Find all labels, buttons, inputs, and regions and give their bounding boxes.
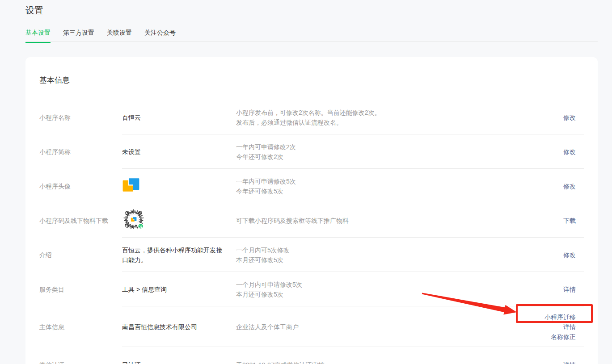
table-row: 小程序名称百恒云小程序发布前，可修改2次名称。当前还能修改2次。发布后，必须通过… bbox=[25, 100, 598, 134]
row-value: 工具 > 信息查询 bbox=[122, 285, 236, 294]
row-note: 企业法人及个体工商户 bbox=[236, 322, 504, 332]
table-row: 小程序码及线下物料下载可下载小程序码及搜索框等线下推广物料下载 bbox=[25, 203, 598, 238]
row-actions: 小程序迁移详情名称修正 bbox=[504, 312, 576, 342]
row-label: 服务类目 bbox=[39, 285, 122, 294]
action-link[interactable]: 详情 bbox=[504, 285, 576, 294]
row-note: 小程序发布前，可修改2次名称。当前还能修改2次。发布后，必须通过微信认证流程改名… bbox=[236, 108, 504, 127]
row-label: 小程序码及线下物料下载 bbox=[39, 216, 122, 226]
tab-bar-divider bbox=[25, 42, 598, 42]
tab-2[interactable]: 关联设置 bbox=[107, 29, 132, 43]
miniprogram-qrcode-icon bbox=[122, 208, 145, 231]
row-value: 南昌百恒信息技术有限公司 bbox=[122, 322, 236, 332]
row-label: 小程序简称 bbox=[39, 147, 122, 157]
row-actions: 详情 bbox=[504, 360, 576, 364]
row-value: 未设置 bbox=[122, 147, 236, 157]
row-label: 微信认证 bbox=[39, 360, 122, 364]
settings-rows: 小程序名称百恒云小程序发布前，可修改2次名称。当前还能修改2次。发布后，必须通过… bbox=[25, 100, 598, 364]
tab-1[interactable]: 第三方设置 bbox=[63, 29, 94, 43]
row-note: 一年内可申请修改2次今年还可修改2次 bbox=[236, 142, 504, 162]
row-actions: 修改 bbox=[504, 147, 576, 157]
table-row: 介绍百恒云，提供各种小程序功能开发接口能力。一个月内可5次修改本月还可修改5次修… bbox=[25, 238, 598, 272]
basic-info-card: 基本信息 小程序名称百恒云小程序发布前，可修改2次名称。当前还能修改2次。发布后… bbox=[25, 57, 598, 364]
table-row: 微信认证已认证于2021-10-27完成微信认证审核详情 bbox=[25, 347, 598, 364]
row-actions: 修改 bbox=[504, 113, 576, 122]
settings-page: 设置 基本设置第三方设置关联设置关注公众号 基本信息 小程序名称百恒云小程序发布… bbox=[0, 0, 612, 364]
row-actions: 详情 bbox=[504, 285, 576, 294]
action-link[interactable]: 名称修正 bbox=[504, 332, 576, 342]
row-label: 小程序头像 bbox=[39, 181, 122, 191]
row-label: 小程序名称 bbox=[39, 113, 122, 122]
action-link[interactable]: 修改 bbox=[504, 250, 576, 260]
row-note: 一个月内可申请修改5次本月还可修改5次 bbox=[236, 280, 504, 299]
row-actions: 修改 bbox=[504, 181, 576, 191]
row-label: 介绍 bbox=[39, 250, 122, 260]
tab-bar: 基本设置第三方设置关联设置关注公众号 bbox=[25, 29, 188, 43]
action-link[interactable]: 修改 bbox=[504, 113, 576, 122]
table-row: 小程序头像一年内可申请修改5次今年还可修改5次修改 bbox=[25, 169, 598, 203]
row-label: 主体信息 bbox=[39, 322, 122, 332]
row-note: 可下载小程序码及搜索框等线下推广物料 bbox=[236, 216, 504, 226]
action-link[interactable]: 详情 bbox=[504, 322, 576, 332]
row-actions: 下载 bbox=[504, 216, 576, 226]
table-row: 服务类目工具 > 信息查询一个月内可申请修改5次本月还可修改5次详情 bbox=[25, 272, 598, 306]
row-note: 一年内可申请修改5次今年还可修改5次 bbox=[236, 176, 504, 196]
row-value: 百恒云，提供各种小程序功能开发接口能力。 bbox=[122, 245, 236, 265]
tab-0[interactable]: 基本设置 bbox=[25, 29, 51, 43]
row-note: 一个月内可5次修改本月还可修改5次 bbox=[236, 245, 504, 265]
row-value: 百恒云 bbox=[122, 113, 236, 122]
action-link[interactable]: 下载 bbox=[504, 216, 576, 226]
row-value: 已认证 bbox=[122, 360, 236, 364]
table-row: 主体信息南昌百恒信息技术有限公司企业法人及个体工商户小程序迁移详情名称修正 bbox=[25, 306, 598, 347]
table-row: 小程序简称未设置一年内可申请修改2次今年还可修改2次修改 bbox=[25, 134, 598, 169]
row-value bbox=[122, 176, 236, 197]
row-note: 于2021-10-27完成微信认证审核 bbox=[236, 360, 504, 364]
action-link[interactable]: 详情 bbox=[504, 360, 576, 364]
row-value bbox=[122, 208, 236, 234]
page-title: 设置 bbox=[25, 4, 43, 16]
section-title: 基本信息 bbox=[25, 57, 598, 86]
action-link[interactable]: 修改 bbox=[504, 147, 576, 157]
tab-3[interactable]: 关注公众号 bbox=[144, 29, 176, 43]
row-actions: 修改 bbox=[504, 250, 576, 260]
action-link[interactable]: 小程序迁移 bbox=[504, 312, 576, 322]
action-link[interactable]: 修改 bbox=[504, 181, 576, 191]
app-logo-icon bbox=[122, 176, 140, 194]
